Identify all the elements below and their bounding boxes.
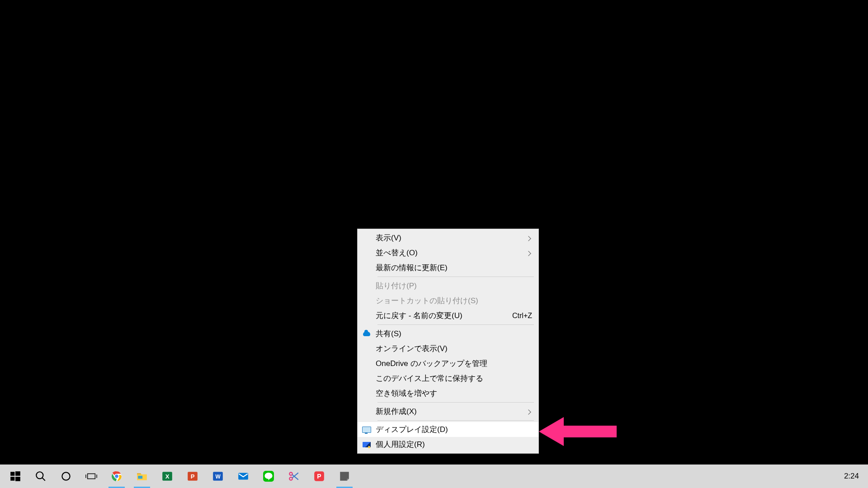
svg-text:P: P	[191, 473, 195, 480]
taskbar-mail[interactable]	[231, 465, 256, 488]
taskbar-sticky-notes[interactable]	[332, 465, 357, 488]
taskbar-chrome[interactable]	[104, 465, 129, 488]
chevron-right-icon	[524, 234, 532, 243]
svg-point-23	[264, 473, 272, 479]
onedrive-cloud-icon	[358, 332, 376, 336]
menu-free-space[interactable]: 空き領域を増やす	[358, 386, 538, 401]
start-button[interactable]	[3, 465, 28, 488]
menu-label: このデバイス上で常に保持する	[376, 373, 532, 384]
menu-label: 表示(V)	[376, 233, 524, 243]
taskbar-powerpoint[interactable]: P	[180, 465, 205, 488]
menu-always-keep[interactable]: このデバイス上で常に保持する	[358, 371, 538, 386]
mail-icon	[237, 470, 249, 482]
svg-rect-14	[138, 476, 142, 479]
menu-paste-shortcut: ショートカットの貼り付け(S)	[358, 293, 538, 308]
scissors-icon	[288, 470, 300, 482]
cortana-icon	[60, 470, 72, 482]
svg-rect-1	[10, 472, 14, 476]
svg-text:W: W	[215, 474, 221, 480]
svg-text:P: P	[317, 473, 321, 480]
taskbar-task-view[interactable]	[79, 465, 104, 488]
menu-separator	[377, 420, 534, 421]
taskbar-snipping-tool[interactable]	[281, 465, 307, 488]
menu-undo-rename[interactable]: 元に戻す - 名前の変更(U) Ctrl+Z	[358, 308, 538, 323]
menu-label: ショートカットの貼り付け(S)	[376, 296, 532, 306]
svg-rect-4	[15, 477, 20, 481]
chrome-icon	[111, 470, 123, 482]
menu-separator	[377, 402, 534, 403]
svg-text:X: X	[165, 473, 170, 480]
taskbar-word[interactable]: W	[205, 465, 231, 488]
menu-label: 並べ替え(O)	[376, 248, 524, 258]
menu-label: 空き領域を増やす	[376, 388, 532, 399]
menu-share[interactable]: 共有(S)	[358, 326, 538, 341]
menu-personalize[interactable]: 個人用設定(R)	[358, 437, 538, 452]
taskbar-cortana[interactable]	[53, 465, 79, 488]
svg-rect-2	[15, 471, 20, 476]
taskbar-clock[interactable]: 2:24	[844, 472, 865, 481]
annotation-arrow-icon	[539, 416, 620, 447]
desktop-context-menu: 表示(V) 並べ替え(O) 最新の情報に更新(E) 貼り付け(P) ショートカッ…	[357, 229, 539, 454]
taskbar-phonto[interactable]: P	[307, 465, 332, 488]
menu-label: オンラインで表示(V)	[376, 343, 532, 354]
sticky-note-icon	[339, 470, 350, 482]
menu-new[interactable]: 新規作成(X)	[358, 404, 538, 419]
taskbar-line[interactable]	[256, 465, 281, 488]
excel-icon: X	[161, 470, 173, 482]
menu-shortcut: Ctrl+Z	[512, 312, 532, 320]
taskbar: X P W	[0, 465, 868, 488]
menu-label: 共有(S)	[376, 328, 532, 339]
menu-sort[interactable]: 並べ替え(O)	[358, 245, 538, 260]
line-app-icon	[263, 470, 274, 482]
personalize-icon	[358, 442, 376, 447]
display-icon	[358, 427, 376, 433]
svg-point-7	[62, 472, 70, 480]
menu-label: 新規作成(X)	[376, 406, 524, 417]
chevron-right-icon	[524, 407, 532, 416]
chevron-right-icon	[524, 249, 532, 258]
folder-icon	[136, 470, 148, 482]
taskbar-file-explorer[interactable]	[129, 465, 155, 488]
menu-onedrive-backup[interactable]: OneDrive のバックアップを管理	[358, 356, 538, 371]
taskbar-search[interactable]	[28, 465, 53, 488]
powerpoint-icon: P	[187, 470, 198, 482]
menu-separator	[377, 324, 534, 325]
taskbar-excel[interactable]: X	[155, 465, 180, 488]
svg-rect-8	[88, 474, 95, 479]
menu-display-settings[interactable]: ディスプレイ設定(D)	[358, 422, 538, 437]
menu-label: 個人用設定(R)	[376, 439, 532, 450]
menu-label: ディスプレイ設定(D)	[376, 424, 532, 435]
task-view-icon	[85, 470, 97, 482]
menu-view-online[interactable]: オンラインで表示(V)	[358, 341, 538, 356]
svg-rect-3	[10, 477, 14, 481]
svg-marker-0	[539, 417, 617, 446]
windows-logo-icon	[9, 470, 21, 482]
menu-refresh[interactable]: 最新の情報に更新(E)	[358, 260, 538, 275]
menu-label: 元に戻す - 名前の変更(U)	[376, 310, 512, 321]
menu-label: 最新の情報に更新(E)	[376, 263, 532, 273]
menu-view[interactable]: 表示(V)	[358, 230, 538, 245]
word-icon: W	[212, 470, 224, 482]
menu-label: 貼り付け(P)	[376, 281, 532, 291]
menu-label: OneDrive のバックアップを管理	[376, 358, 532, 369]
menu-paste: 貼り付け(P)	[358, 278, 538, 293]
svg-line-6	[42, 478, 45, 481]
search-icon	[35, 470, 47, 482]
menu-separator	[377, 277, 534, 277]
svg-point-5	[36, 472, 43, 479]
phonto-icon: P	[313, 470, 325, 482]
